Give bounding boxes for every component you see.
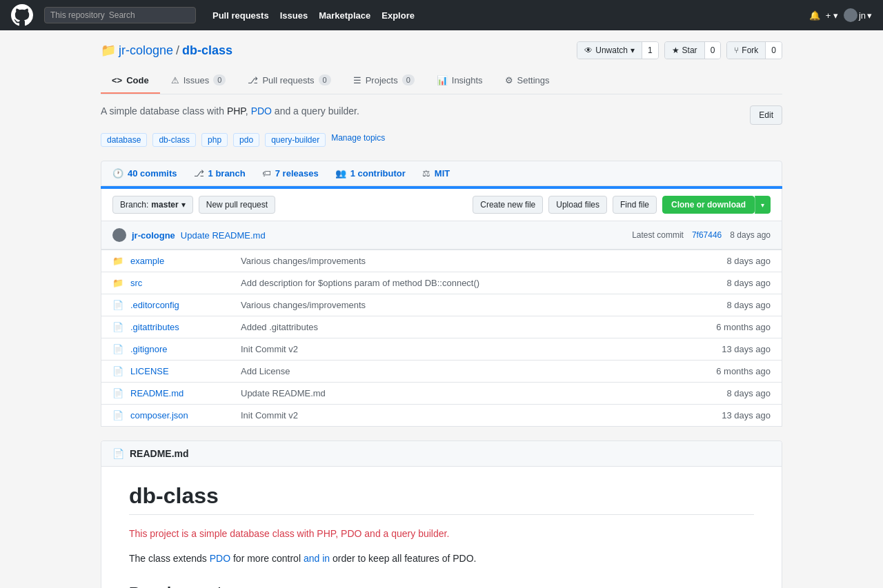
and-link[interactable]: and <box>304 553 319 564</box>
file-table: 📁 example Various changes/improvements 8… <box>101 250 782 427</box>
new-pull-request-button[interactable]: New pull request <box>199 196 275 214</box>
file-link[interactable]: LICENSE <box>130 366 169 376</box>
topic-pdo[interactable]: pdo <box>233 133 259 147</box>
commit-link[interactable]: Init Commit v2 <box>241 410 298 420</box>
topic-database[interactable]: database <box>101 133 147 147</box>
topic-db-class[interactable]: db-class <box>152 133 196 147</box>
readme-h1: db-class <box>129 483 754 515</box>
search-bar[interactable]: This repository <box>44 7 196 23</box>
file-commit-cell: Various changes/improvements <box>241 256 674 266</box>
file-name-cell: example <box>130 256 241 266</box>
upload-files-button[interactable]: Upload files <box>548 196 607 214</box>
star-button-group: ★ Star 0 <box>664 41 722 59</box>
tab-settings[interactable]: ⚙ Settings <box>494 68 561 94</box>
insights-icon: 📊 <box>437 75 448 85</box>
file-link[interactable]: example <box>130 256 164 266</box>
file-row: 📄 LICENSE Add License 6 months ago <box>101 360 782 382</box>
readme-pdo-paragraph: The class extends PDO for more control a… <box>129 551 754 567</box>
commit-link[interactable]: Update README.md <box>241 388 326 398</box>
main-header: This repository Pull requests Issues Mar… <box>0 0 883 30</box>
commits-icon: 🕐 <box>112 168 123 179</box>
file-commit-cell: Init Commit v2 <box>241 344 674 354</box>
watch-button[interactable]: 👁 Unwatch ▾ <box>577 42 642 59</box>
github-logo-icon[interactable] <box>11 4 33 26</box>
avatar <box>844 8 857 22</box>
file-actions-bar: Branch: master ▾ New pull request Create… <box>101 189 782 221</box>
releases-link[interactable]: 7 releases <box>275 168 319 179</box>
nav-pull-requests[interactable]: Pull requests <box>212 10 269 21</box>
file-link[interactable]: README.md <box>130 388 183 398</box>
edit-description-button[interactable]: Edit <box>750 105 782 125</box>
file-link[interactable]: .gitattributes <box>130 322 179 332</box>
breadcrumb: 📁 jr-cologne / db-class <box>101 43 232 58</box>
commit-info-right: Latest commit 7f67446 8 days ago <box>632 230 771 240</box>
new-item-button[interactable]: + ▾ <box>826 10 838 21</box>
top-nav: Pull requests Issues Marketplace Explore <box>212 10 415 21</box>
commit-hash-link[interactable]: 7f67446 <box>692 230 722 240</box>
branch-dropdown[interactable]: Branch: master ▾ <box>112 196 193 214</box>
repo-name-link[interactable]: db-class <box>182 43 232 58</box>
star-button[interactable]: ★ Star <box>665 42 704 59</box>
issues-icon: ⚠ <box>171 75 179 85</box>
requirements-heading: Requirements <box>129 584 754 588</box>
commit-link[interactable]: Add description for $options param of me… <box>241 278 479 288</box>
tab-code[interactable]: <> Code <box>101 68 160 94</box>
commit-message-link[interactable]: Update README.md <box>181 230 266 241</box>
license-link[interactable]: MIT <box>435 168 450 179</box>
commit-author-avatar <box>112 228 126 242</box>
branch-icon: ⎇ <box>194 168 204 179</box>
find-file-button[interactable]: Find file <box>613 196 657 214</box>
commit-link[interactable]: Various changes/improvements <box>241 300 366 310</box>
user-menu-button[interactable]: jn ▾ <box>844 8 872 22</box>
file-link[interactable]: .gitignore <box>130 344 167 354</box>
tab-insights[interactable]: 📊 Insights <box>426 68 494 94</box>
projects-count: 0 <box>402 74 415 85</box>
file-icon: 📄 <box>112 322 125 332</box>
folder-icon: 📁 <box>112 278 125 288</box>
notifications-button[interactable]: 🔔 <box>809 10 820 21</box>
branch-label: Branch: <box>120 200 148 210</box>
manage-topics-link[interactable]: Manage topics <box>331 133 385 147</box>
file-icon: 📄 <box>112 388 125 398</box>
create-new-file-button[interactable]: Create new file <box>473 196 543 214</box>
repo-actions: 👁 Unwatch ▾ 1 ★ Star 0 ⑂ Fork 0 <box>577 41 782 59</box>
file-link[interactable]: .editorconfig <box>130 300 179 310</box>
branches-link[interactable]: 1 branch <box>208 168 246 179</box>
topic-php[interactable]: php <box>201 133 228 147</box>
tab-issues[interactable]: ⚠ Issues 0 <box>160 68 237 94</box>
commit-author-link[interactable]: jr-cologne <box>132 230 175 241</box>
pdo-extends-link[interactable]: PDO <box>210 553 230 564</box>
file-link[interactable]: composer.json <box>130 410 188 420</box>
in-link[interactable]: in <box>322 553 330 564</box>
repo-owner-link[interactable]: jr-cologne <box>119 43 173 58</box>
file-name-cell: README.md <box>130 388 241 398</box>
nav-explore[interactable]: Explore <box>381 10 415 21</box>
tab-projects[interactable]: ☰ Projects 0 <box>342 68 426 94</box>
fork-button[interactable]: ⑂ Fork <box>727 42 765 59</box>
commit-link[interactable]: Various changes/improvements <box>241 256 366 266</box>
latest-commit-label: Latest commit <box>632 230 684 240</box>
contributors-link[interactable]: 1 contributor <box>350 168 406 179</box>
commit-link[interactable]: Init Commit v2 <box>241 344 298 354</box>
readme-header: 📄 README.md <box>101 441 782 467</box>
commit-link[interactable]: Add License <box>241 366 290 376</box>
file-name-cell: .editorconfig <box>130 300 241 310</box>
tab-pull-requests[interactable]: ⎇ Pull requests 0 <box>237 68 341 94</box>
file-age-cell: 13 days ago <box>674 344 771 354</box>
clone-button[interactable]: Clone or download <box>662 196 755 214</box>
nav-marketplace[interactable]: Marketplace <box>319 10 370 21</box>
pdo-link[interactable]: PDO <box>251 105 272 116</box>
nav-issues[interactable]: Issues <box>280 10 308 21</box>
issues-count: 0 <box>213 74 226 85</box>
contributors-icon: 👥 <box>335 168 346 179</box>
search-input[interactable] <box>109 10 190 20</box>
branch-name: master <box>151 200 178 210</box>
file-row: 📄 .gitignore Init Commit v2 13 days ago <box>101 338 782 360</box>
commit-link[interactable]: Added .gitattributes <box>241 322 318 332</box>
readme-section: 📄 README.md db-class This project is a s… <box>101 440 782 588</box>
commits-link[interactable]: 40 commits <box>128 168 177 179</box>
file-link[interactable]: src <box>130 278 142 288</box>
file-name-cell: composer.json <box>130 410 241 420</box>
clone-dropdown-button[interactable]: ▾ <box>755 196 771 214</box>
topic-query-builder[interactable]: query-builder <box>265 133 326 147</box>
